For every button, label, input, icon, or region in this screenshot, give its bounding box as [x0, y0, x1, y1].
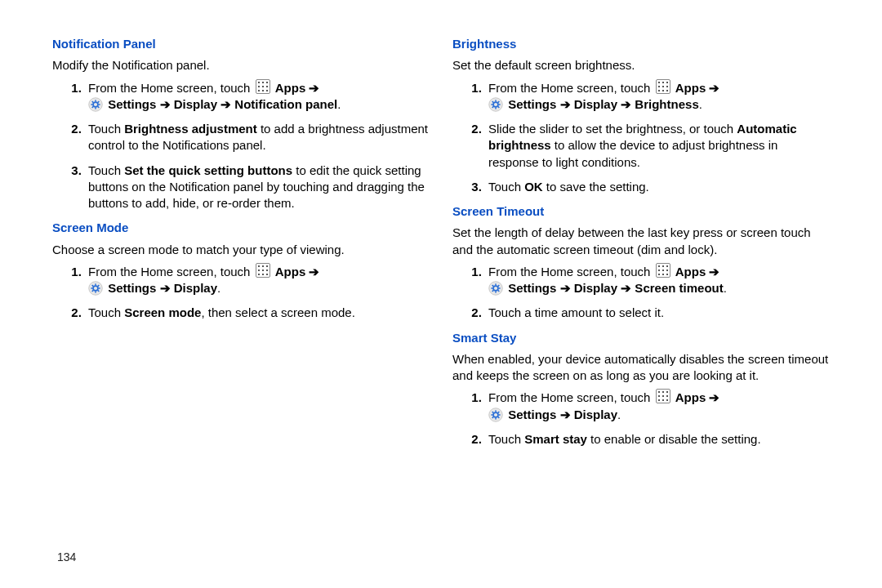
nav-path: Settings ➔ Display	[508, 408, 617, 421]
heading-brightness: Brightness	[452, 36, 830, 52]
apps-icon	[656, 263, 670, 278]
intro-screen-mode: Choose a screen mode to match your type …	[52, 242, 430, 258]
text: Touch	[488, 180, 524, 194]
text: , then select a screen mode.	[201, 305, 354, 319]
apps-icon	[656, 389, 670, 403]
step: From the Home screen, touch Apps ➔ Setti…	[85, 79, 430, 114]
text: From the Home screen, touch	[488, 390, 654, 404]
arrow: ➔	[706, 390, 719, 404]
period: .	[337, 97, 341, 111]
apps-label: Apps	[675, 81, 706, 95]
arrow: ➔	[305, 81, 319, 95]
text: to save the setting.	[543, 180, 649, 194]
heading-screen-timeout: Screen Timeout	[452, 203, 830, 220]
text: Touch	[88, 163, 124, 177]
arrow: ➔	[706, 265, 719, 278]
step: Touch Smart stay to enable or disable th…	[485, 431, 830, 448]
text: Slide the slider to set the brightness, …	[488, 122, 737, 136]
period: .	[617, 408, 621, 421]
left-column: Notification Panel Modify the Notificati…	[41, 33, 441, 572]
bold-term: Set the quick setting buttons	[124, 163, 292, 177]
intro-notification-panel: Modify the Notification panel.	[52, 57, 430, 74]
period: .	[217, 281, 220, 295]
heading-screen-mode: Screen Mode	[52, 220, 430, 236]
right-column: Brightness Set the default screen bright…	[441, 33, 841, 572]
arrow: ➔	[706, 81, 719, 95]
settings-icon	[88, 281, 103, 296]
heading-notification-panel: Notification Panel	[52, 36, 430, 52]
nav-path: Settings ➔ Display ➔ Screen timeout	[508, 281, 724, 295]
steps-screen-mode: From the Home screen, touch Apps ➔ Setti…	[52, 263, 430, 322]
manual-page: Notification Panel Modify the Notificati…	[0, 0, 882, 588]
settings-icon	[488, 97, 503, 112]
steps-smart-stay: From the Home screen, touch Apps ➔ Setti…	[452, 389, 830, 448]
text: From the Home screen, touch	[88, 81, 254, 95]
apps-icon	[256, 263, 270, 278]
nav-path: Settings ➔ Display ➔ Brightness	[508, 97, 699, 111]
step: Touch Set the quick setting buttons to e…	[85, 163, 430, 212]
text: From the Home screen, touch	[88, 265, 254, 278]
bold-term: Smart stay	[524, 432, 587, 446]
text: Touch	[88, 122, 124, 136]
text: to enable or disable the setting.	[587, 432, 761, 446]
steps-brightness: From the Home screen, touch Apps ➔ Setti…	[452, 79, 830, 196]
period: .	[724, 281, 727, 295]
step: Touch a time amount to select it.	[485, 305, 830, 321]
settings-icon	[88, 97, 103, 112]
apps-label: Apps	[675, 390, 706, 404]
step: From the Home screen, touch Apps ➔ Setti…	[485, 79, 830, 114]
text: Touch	[88, 305, 124, 319]
settings-icon	[488, 281, 503, 296]
step: Touch Brightness adjustment to add a bri…	[85, 121, 430, 154]
step: Touch Screen mode, then select a screen …	[85, 305, 430, 321]
settings-icon	[488, 408, 503, 422]
apps-icon	[256, 79, 270, 94]
step: From the Home screen, touch Apps ➔ Setti…	[485, 389, 830, 423]
text: From the Home screen, touch	[488, 265, 654, 278]
apps-label: Apps	[275, 81, 306, 95]
apps-label: Apps	[275, 265, 306, 278]
nav-path: Settings ➔ Display ➔ Notification panel	[108, 97, 337, 111]
intro-screen-timeout: Set the length of delay between the last…	[452, 225, 830, 258]
page-number: 134	[57, 550, 76, 564]
nav-path: Settings ➔ Display	[108, 281, 217, 295]
intro-smart-stay: When enabled, your device automatically …	[452, 351, 830, 385]
intro-brightness: Set the default screen brightness.	[452, 57, 830, 74]
step: Slide the slider to set the brightness, …	[485, 121, 830, 171]
steps-notification-panel: From the Home screen, touch Apps ➔ Setti…	[52, 79, 430, 212]
heading-smart-stay: Smart Stay	[452, 330, 830, 346]
text: Touch	[488, 432, 524, 446]
bold-term: Screen mode	[124, 305, 201, 319]
bold-term: Brightness adjustment	[124, 122, 257, 136]
steps-screen-timeout: From the Home screen, touch Apps ➔ Setti…	[452, 263, 830, 322]
step: Touch OK to save the setting.	[485, 179, 830, 195]
period: .	[699, 97, 702, 111]
apps-icon	[656, 79, 670, 94]
step: From the Home screen, touch Apps ➔ Setti…	[485, 263, 830, 297]
step: From the Home screen, touch Apps ➔ Setti…	[85, 263, 430, 297]
bold-term: OK	[524, 180, 543, 194]
text: From the Home screen, touch	[488, 81, 654, 95]
arrow: ➔	[305, 265, 319, 278]
apps-label: Apps	[675, 265, 706, 278]
